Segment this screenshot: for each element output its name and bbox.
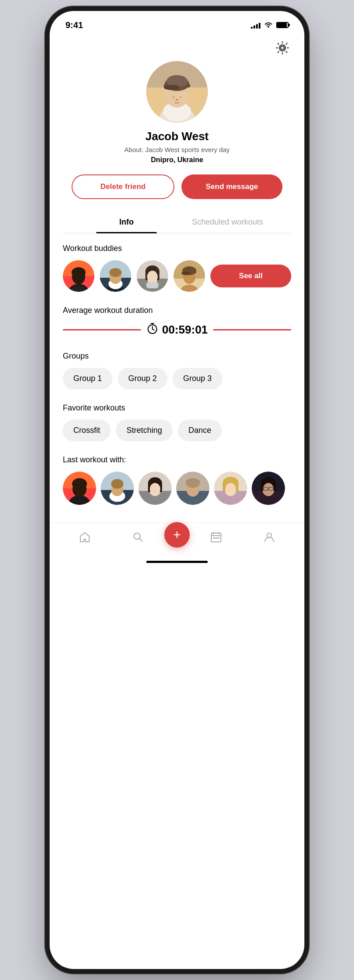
svg-point-30 [109, 268, 122, 277]
profile-icon [263, 531, 275, 546]
buddy-avatar-4[interactable] [173, 260, 205, 292]
home-icon [79, 531, 91, 546]
last-buddy-3[interactable] [138, 472, 172, 505]
nav-search[interactable] [112, 531, 165, 546]
timer-icon [146, 322, 159, 338]
duration-line-right [213, 329, 291, 330]
action-buttons: Delete friend Send message [63, 174, 291, 199]
status-time: 9:41 [65, 20, 83, 30]
group-chip-3[interactable]: Group 3 [173, 368, 222, 389]
buddy-avatar-1[interactable] [63, 260, 94, 292]
nav-add-button[interactable]: + [164, 522, 190, 548]
svg-point-60 [111, 479, 123, 489]
svg-point-16 [176, 99, 178, 101]
buddy-avatar-2[interactable] [100, 260, 131, 292]
signal-icon [251, 22, 260, 29]
svg-point-14 [172, 96, 175, 98]
workout-chip-3[interactable]: Dance [178, 420, 222, 441]
duration-time: 00:59:01 [162, 323, 208, 337]
tab-info[interactable]: Info [76, 211, 177, 233]
duration-display: 00:59:01 [146, 322, 208, 338]
search-icon [132, 531, 144, 546]
nav-profile[interactable] [243, 531, 296, 546]
see-all-button[interactable]: See all [210, 265, 291, 287]
profile-section: Jacob West About: Jacob West sports ever… [50, 57, 304, 244]
groups-tags-row: Group 1 Group 2 Group 3 [63, 368, 291, 389]
svg-rect-97 [215, 537, 217, 539]
last-buddy-6[interactable] [252, 472, 285, 505]
svg-point-2 [281, 46, 284, 50]
svg-point-47 [181, 272, 190, 275]
buddy-avatar-3[interactable] [137, 260, 168, 292]
svg-point-13 [164, 85, 180, 90]
settings-icon[interactable] [274, 39, 291, 57]
last-workout-title: Last workout with: [63, 455, 291, 465]
last-buddy-2[interactable] [101, 472, 134, 505]
settings-row [50, 36, 304, 57]
groups-title: Groups [63, 352, 291, 361]
svg-point-38 [147, 271, 158, 283]
group-chip-2[interactable]: Group 2 [118, 368, 167, 389]
svg-rect-98 [217, 537, 219, 539]
calendar-icon [210, 531, 222, 546]
nav-calendar[interactable] [190, 531, 243, 546]
groups-section: Groups Group 1 Group 2 Group 3 [63, 352, 291, 389]
favorites-title: Favorite workouts [63, 403, 291, 413]
duration-title: Average workout duration [63, 306, 291, 315]
profile-location: Dnipro, Ukraine [151, 156, 203, 164]
svg-point-68 [150, 483, 160, 495]
svg-rect-39 [146, 282, 159, 288]
svg-point-23 [72, 267, 86, 278]
buddies-row: See all [63, 260, 291, 292]
status-icons [251, 21, 289, 29]
group-chip-1[interactable]: Group 1 [63, 368, 112, 389]
profile-name: Jacob West [145, 130, 209, 143]
battery-icon [276, 22, 289, 28]
nav-home[interactable] [58, 531, 112, 546]
home-indicator [146, 561, 208, 563]
phone-frame: 9:41 [50, 11, 304, 969]
avatar-image [146, 61, 208, 123]
workout-chip-2[interactable]: Stretching [116, 420, 173, 441]
workout-buddies-title: Workout buddies [63, 244, 291, 253]
duration-line-left [63, 329, 141, 330]
last-workout-row [63, 472, 291, 505]
add-icon: + [173, 528, 181, 541]
content-area: Workout buddies [50, 244, 304, 505]
send-message-button[interactable]: Send message [181, 174, 282, 199]
workout-buddies-section: Workout buddies [63, 244, 291, 292]
svg-point-54 [72, 478, 87, 490]
favorites-section: Favorite workouts Crossfit Stretching Da… [63, 403, 291, 441]
wifi-icon [264, 21, 273, 29]
svg-rect-74 [186, 479, 200, 484]
duration-row: 00:59:01 [63, 322, 291, 338]
svg-point-99 [267, 533, 271, 537]
svg-point-82 [225, 483, 236, 495]
last-buddy-5[interactable] [214, 472, 247, 505]
bottom-nav: + [50, 523, 304, 556]
svg-rect-96 [213, 537, 215, 539]
status-bar: 9:41 [50, 11, 304, 36]
last-buddy-1[interactable] [63, 472, 96, 505]
profile-about: About: Jacob West sports every day [124, 146, 230, 153]
duration-section: Average workout duration 00:59:01 [63, 306, 291, 338]
last-buddy-4[interactable] [176, 472, 210, 505]
favorites-tags-row: Crossfit Stretching Dance [63, 420, 291, 441]
workout-chip-1[interactable]: Crossfit [63, 420, 111, 441]
avatar [146, 61, 208, 123]
svg-point-15 [179, 96, 182, 98]
last-workout-section: Last workout with: [63, 455, 291, 505]
tabs: Info Scheduled workouts [63, 211, 291, 233]
delete-friend-button[interactable]: Delete friend [72, 174, 174, 199]
tab-scheduled-workouts[interactable]: Scheduled workouts [177, 211, 278, 233]
